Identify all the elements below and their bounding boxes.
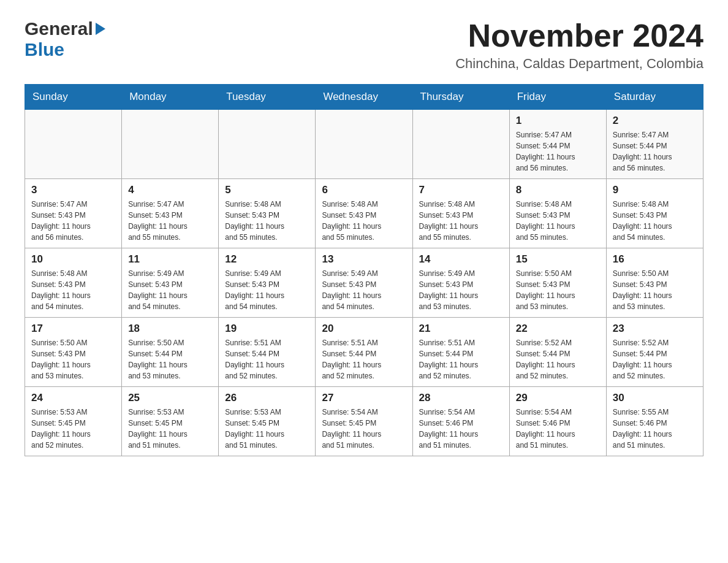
col-sunday: Sunday (25, 85, 122, 110)
day-info: Sunrise: 5:47 AMSunset: 5:44 PMDaylight:… (613, 129, 697, 174)
calendar-cell: 13Sunrise: 5:49 AMSunset: 5:43 PMDayligh… (316, 248, 412, 318)
day-info: Sunrise: 5:50 AMSunset: 5:43 PMDaylight:… (516, 268, 600, 312)
col-saturday: Saturday (606, 85, 703, 110)
calendar-cell: 5Sunrise: 5:48 AMSunset: 5:43 PMDaylight… (219, 179, 316, 248)
calendar-cell: 23Sunrise: 5:52 AMSunset: 5:44 PMDayligh… (606, 318, 703, 387)
logo-general-text: General (25, 18, 93, 39)
day-number: 25 (128, 392, 212, 404)
day-info: Sunrise: 5:50 AMSunset: 5:43 PMDaylight:… (31, 337, 115, 381)
day-number: 3 (31, 184, 115, 196)
day-number: 30 (613, 392, 697, 404)
calendar-cell: 30Sunrise: 5:55 AMSunset: 5:46 PMDayligh… (606, 387, 703, 456)
col-wednesday: Wednesday (316, 85, 412, 110)
day-number: 16 (613, 253, 697, 266)
logo: General Blue (25, 18, 105, 60)
header-row: Sunday Monday Tuesday Wednesday Thursday… (25, 85, 703, 110)
day-info: Sunrise: 5:51 AMSunset: 5:44 PMDaylight:… (419, 337, 503, 381)
calendar-table: Sunday Monday Tuesday Wednesday Thursday… (25, 84, 703, 456)
calendar-cell: 4Sunrise: 5:47 AMSunset: 5:43 PMDaylight… (122, 179, 219, 248)
calendar-cell (25, 110, 122, 179)
page-header: General Blue November 2024 Chinchina, Ca… (25, 18, 703, 72)
calendar-cell: 1Sunrise: 5:47 AMSunset: 5:44 PMDaylight… (509, 110, 606, 179)
day-number: 15 (516, 253, 600, 266)
calendar-cell: 8Sunrise: 5:48 AMSunset: 5:43 PMDaylight… (509, 179, 606, 248)
col-monday: Monday (122, 85, 219, 110)
calendar-cell (219, 110, 316, 179)
calendar-cell: 29Sunrise: 5:54 AMSunset: 5:46 PMDayligh… (509, 387, 606, 456)
day-info: Sunrise: 5:51 AMSunset: 5:44 PMDaylight:… (225, 337, 309, 381)
day-number: 19 (225, 323, 309, 335)
day-info: Sunrise: 5:53 AMSunset: 5:45 PMDaylight:… (128, 407, 212, 451)
calendar-cell: 16Sunrise: 5:50 AMSunset: 5:43 PMDayligh… (606, 248, 703, 318)
day-info: Sunrise: 5:53 AMSunset: 5:45 PMDaylight:… (31, 407, 115, 451)
day-info: Sunrise: 5:48 AMSunset: 5:43 PMDaylight:… (322, 199, 406, 243)
day-info: Sunrise: 5:49 AMSunset: 5:43 PMDaylight:… (128, 268, 212, 312)
calendar-cell: 24Sunrise: 5:53 AMSunset: 5:45 PMDayligh… (25, 387, 122, 456)
col-tuesday: Tuesday (219, 85, 316, 110)
calendar-cell: 3Sunrise: 5:47 AMSunset: 5:43 PMDaylight… (25, 179, 122, 248)
calendar-header: Sunday Monday Tuesday Wednesday Thursday… (25, 85, 703, 110)
day-number: 9 (613, 184, 697, 196)
calendar-cell: 10Sunrise: 5:48 AMSunset: 5:43 PMDayligh… (25, 248, 122, 318)
location-subtitle: Chinchina, Caldas Department, Colombia (455, 56, 703, 72)
day-info: Sunrise: 5:52 AMSunset: 5:44 PMDaylight:… (613, 337, 697, 381)
calendar-cell: 26Sunrise: 5:53 AMSunset: 5:45 PMDayligh… (219, 387, 316, 456)
day-number: 20 (322, 323, 406, 335)
day-info: Sunrise: 5:50 AMSunset: 5:43 PMDaylight:… (613, 268, 697, 312)
day-info: Sunrise: 5:49 AMSunset: 5:43 PMDaylight:… (419, 268, 503, 312)
calendar-week-4: 17Sunrise: 5:50 AMSunset: 5:43 PMDayligh… (25, 318, 703, 387)
day-number: 12 (225, 253, 309, 266)
calendar-cell: 17Sunrise: 5:50 AMSunset: 5:43 PMDayligh… (25, 318, 122, 387)
day-number: 2 (613, 115, 697, 127)
calendar-cell (122, 110, 219, 179)
day-info: Sunrise: 5:55 AMSunset: 5:46 PMDaylight:… (613, 407, 697, 451)
day-number: 29 (516, 392, 600, 404)
calendar-cell: 25Sunrise: 5:53 AMSunset: 5:45 PMDayligh… (122, 387, 219, 456)
day-number: 11 (128, 253, 212, 266)
month-title: November 2024 (455, 18, 703, 53)
day-number: 27 (322, 392, 406, 404)
day-number: 23 (613, 323, 697, 335)
logo-general-line: General (25, 18, 105, 39)
col-thursday: Thursday (412, 85, 509, 110)
calendar-week-2: 3Sunrise: 5:47 AMSunset: 5:43 PMDaylight… (25, 179, 703, 248)
calendar-cell: 20Sunrise: 5:51 AMSunset: 5:44 PMDayligh… (316, 318, 412, 387)
calendar-cell: 6Sunrise: 5:48 AMSunset: 5:43 PMDaylight… (316, 179, 412, 248)
calendar-week-1: 1Sunrise: 5:47 AMSunset: 5:44 PMDaylight… (25, 110, 703, 179)
day-info: Sunrise: 5:54 AMSunset: 5:46 PMDaylight:… (516, 407, 600, 451)
day-info: Sunrise: 5:48 AMSunset: 5:43 PMDaylight:… (31, 268, 115, 312)
day-number: 28 (419, 392, 503, 404)
calendar-cell: 11Sunrise: 5:49 AMSunset: 5:43 PMDayligh… (122, 248, 219, 318)
title-section: November 2024 Chinchina, Caldas Departme… (455, 18, 703, 72)
day-number: 21 (419, 323, 503, 335)
calendar-cell: 2Sunrise: 5:47 AMSunset: 5:44 PMDaylight… (606, 110, 703, 179)
day-info: Sunrise: 5:48 AMSunset: 5:43 PMDaylight:… (516, 199, 600, 243)
calendar-cell: 19Sunrise: 5:51 AMSunset: 5:44 PMDayligh… (219, 318, 316, 387)
day-info: Sunrise: 5:47 AMSunset: 5:43 PMDaylight:… (31, 199, 115, 243)
day-info: Sunrise: 5:48 AMSunset: 5:43 PMDaylight:… (419, 199, 503, 243)
calendar-cell (316, 110, 412, 179)
day-info: Sunrise: 5:48 AMSunset: 5:43 PMDaylight:… (225, 199, 309, 243)
calendar-week-3: 10Sunrise: 5:48 AMSunset: 5:43 PMDayligh… (25, 248, 703, 318)
day-number: 8 (516, 184, 600, 196)
calendar-cell: 27Sunrise: 5:54 AMSunset: 5:45 PMDayligh… (316, 387, 412, 456)
day-number: 18 (128, 323, 212, 335)
day-number: 6 (322, 184, 406, 196)
calendar-week-5: 24Sunrise: 5:53 AMSunset: 5:45 PMDayligh… (25, 387, 703, 456)
day-number: 22 (516, 323, 600, 335)
day-info: Sunrise: 5:51 AMSunset: 5:44 PMDaylight:… (322, 337, 406, 381)
day-number: 10 (31, 253, 115, 266)
col-friday: Friday (509, 85, 606, 110)
calendar-body: 1Sunrise: 5:47 AMSunset: 5:44 PMDaylight… (25, 110, 703, 456)
calendar-cell: 18Sunrise: 5:50 AMSunset: 5:44 PMDayligh… (122, 318, 219, 387)
calendar-cell: 12Sunrise: 5:49 AMSunset: 5:43 PMDayligh… (219, 248, 316, 318)
day-info: Sunrise: 5:53 AMSunset: 5:45 PMDaylight:… (225, 407, 309, 451)
day-number: 26 (225, 392, 309, 404)
calendar-cell: 14Sunrise: 5:49 AMSunset: 5:43 PMDayligh… (412, 248, 509, 318)
day-info: Sunrise: 5:48 AMSunset: 5:43 PMDaylight:… (613, 199, 697, 243)
day-info: Sunrise: 5:52 AMSunset: 5:44 PMDaylight:… (516, 337, 600, 381)
day-number: 14 (419, 253, 503, 266)
calendar-cell: 21Sunrise: 5:51 AMSunset: 5:44 PMDayligh… (412, 318, 509, 387)
calendar-cell: 15Sunrise: 5:50 AMSunset: 5:43 PMDayligh… (509, 248, 606, 318)
logo-blue-text: Blue (25, 39, 105, 60)
